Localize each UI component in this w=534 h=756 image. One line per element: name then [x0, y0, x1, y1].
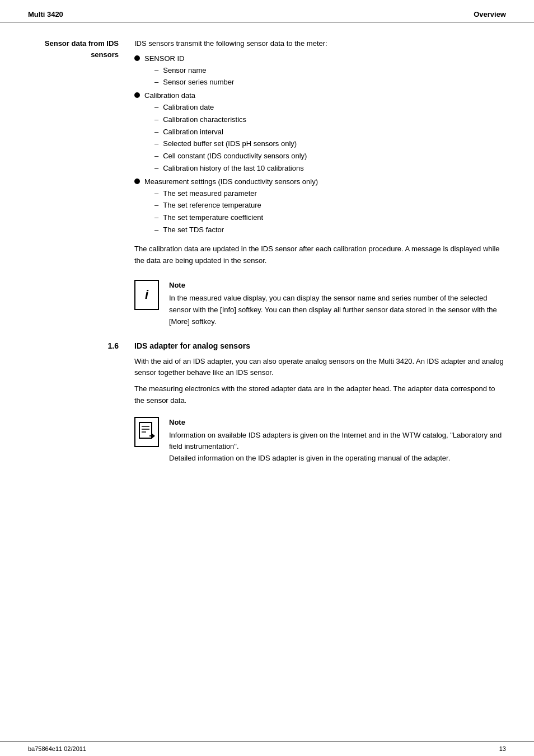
page: Multi 3420 Overview Sensor data from IDS…	[0, 0, 534, 756]
info-icon: i	[134, 280, 159, 310]
bullet-text: SENSOR ID	[144, 54, 185, 63]
bullet-item: Calibration data – Calibration date – Ca…	[134, 90, 506, 175]
sub-dash: –	[154, 77, 158, 88]
footer-right: 13	[499, 745, 506, 752]
sub-dash: –	[154, 102, 158, 114]
note-2-text: Information on available IDS adapters is…	[169, 430, 506, 464]
sub-list: – Calibration date – Calibration charact…	[154, 102, 307, 175]
sub-text: Sensor name	[163, 65, 206, 77]
svg-marker-5	[152, 434, 155, 438]
sub-item: – Sensor name	[154, 65, 234, 77]
header-chapter: Overview	[474, 10, 506, 18]
sub-text: Calibration characteristics	[163, 114, 246, 126]
sub-item: – The set reference temperature	[154, 200, 318, 212]
sub-text: Calibration date	[163, 102, 214, 114]
note-1-text: In the measured value display, you can d…	[169, 293, 506, 327]
sub-item: – Calibration date	[154, 102, 307, 114]
sub-text: Cell constant (IDS conductivity sensors …	[163, 151, 307, 162]
sensor-content: IDS sensors transmit the following senso…	[134, 38, 506, 270]
bullet-text: Measurement settings (IDS conductivity s…	[144, 177, 318, 186]
section-16-body: With the aid of an IDS adapter, you can …	[134, 356, 506, 407]
sub-dash: –	[154, 212, 158, 224]
sub-text: The set measured parameter	[163, 188, 257, 200]
sub-dash: –	[154, 138, 158, 150]
sub-item: – Calibration characteristics	[154, 114, 307, 126]
sub-text: Calibration history of the last 10 calib…	[163, 163, 303, 175]
intro-line: IDS sensors transmit the following senso…	[134, 38, 506, 50]
sub-list: – The set measured parameter – The set r…	[154, 188, 318, 236]
sub-dash: –	[154, 65, 158, 77]
section-16-number: 1.6	[28, 341, 134, 350]
bullet-list: SENSOR ID – Sensor name – Sensor series …	[134, 53, 506, 237]
bottom-bar: ba75864e11 02/2011 13	[0, 741, 534, 756]
bullet-text: Calibration data	[144, 91, 195, 100]
sub-item: – The set temperature coefficient	[154, 212, 318, 224]
section-16-heading-row: 1.6 IDS adapter for analog sensors	[28, 341, 506, 350]
arrow-icon	[134, 417, 159, 447]
sub-dash: –	[154, 126, 158, 138]
sub-text: Selected buffer set (IDS pH sensors only…	[163, 138, 297, 150]
section-16-para-1: With the aid of an IDS adapter, you can …	[134, 356, 506, 379]
sub-text: Sensor series number	[163, 77, 234, 88]
note-1-box: i Note In the measured value display, yo…	[134, 280, 506, 327]
content-area: Sensor data from IDS sensors IDS sensors…	[0, 22, 534, 491]
bullet-item: Measurement settings (IDS conductivity s…	[134, 176, 506, 237]
bullet-dot	[134, 92, 140, 98]
sub-text: The set reference temperature	[163, 200, 261, 212]
sub-text: The set temperature coefficient	[163, 212, 263, 224]
header-title: Multi 3420	[28, 10, 63, 18]
calibration-paragraph: The calibration data are updated in the …	[134, 243, 506, 267]
note-2-box: Note Information on available IDS adapte…	[134, 417, 506, 464]
bullet-item: SENSOR ID – Sensor name – Sensor series …	[134, 53, 506, 89]
sub-text: Calibration interval	[163, 126, 223, 138]
section-label: Sensor data from IDS sensors	[28, 38, 134, 270]
sub-item: – Sensor series number	[154, 77, 234, 88]
bullet-dot	[134, 179, 140, 184]
sub-dash: –	[154, 114, 158, 126]
sub-item: – The set TDS factor	[154, 224, 318, 236]
sub-dash: –	[154, 224, 158, 236]
footer-left: ba75864e11 02/2011	[28, 745, 86, 752]
note-2-title: Note	[169, 417, 506, 429]
arrow-svg	[138, 421, 155, 443]
sub-list: – Sensor name – Sensor series number	[154, 65, 234, 89]
note-2-content: Note Information on available IDS adapte…	[169, 417, 506, 464]
sub-item: – Calibration interval	[154, 126, 307, 138]
sub-dash: –	[154, 151, 158, 162]
note-1-title: Note	[169, 280, 506, 292]
sub-dash: –	[154, 163, 158, 175]
sub-item: – Cell constant (IDS conductivity sensor…	[154, 151, 307, 162]
sub-dash: –	[154, 188, 158, 200]
section-16-title: IDS adapter for analog sensors	[134, 341, 250, 350]
bullet-dot	[134, 55, 140, 61]
section-16-para-2: The measuring electronics with the store…	[134, 383, 506, 407]
sub-item: – Selected buffer set (IDS pH sensors on…	[154, 138, 307, 150]
note-1-content: Note In the measured value display, you …	[169, 280, 506, 327]
top-bar: Multi 3420 Overview	[0, 0, 534, 22]
sub-item: – The set measured parameter	[154, 188, 318, 200]
sub-text: The set TDS factor	[163, 224, 224, 236]
sensor-section: Sensor data from IDS sensors IDS sensors…	[28, 38, 506, 270]
sub-item: – Calibration history of the last 10 cal…	[154, 163, 307, 175]
sub-dash: –	[154, 200, 158, 212]
